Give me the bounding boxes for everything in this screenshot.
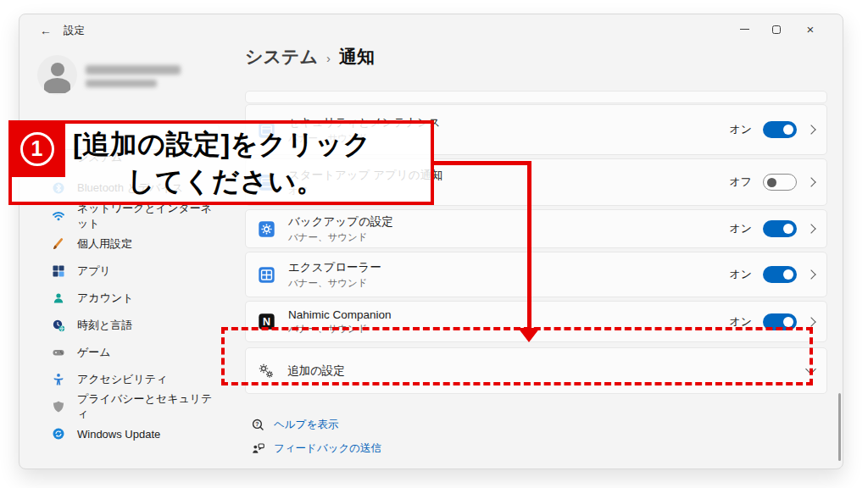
- toggle-knob: [783, 269, 793, 280]
- notification-toggle[interactable]: [763, 121, 797, 138]
- settings-window: ← 設定 × システム Bluetooth とデバイス ネットワークとインターネ…: [19, 14, 843, 469]
- send-feedback-link[interactable]: フィードバックの送信: [251, 441, 381, 456]
- backup-settings-icon: [258, 220, 275, 238]
- notification-row-backup-settings[interactable]: バックアップの設定 バナー、サウンド オン: [245, 209, 827, 248]
- chevron-right-icon: [806, 125, 815, 134]
- annotation-arrow-horizontal: [434, 161, 531, 165]
- sidebar-item-time-language[interactable]: 時刻と言語: [31, 313, 213, 338]
- show-help-label: ヘルプを表示: [274, 418, 338, 432]
- breadcrumb-parent[interactable]: システム: [245, 45, 318, 69]
- user-name-redacted: [86, 65, 181, 75]
- toggle-state-label: オフ: [729, 175, 752, 190]
- send-feedback-label: フィードバックの送信: [274, 441, 381, 456]
- toggle-state-label: オン: [729, 221, 752, 236]
- sidebar-item-accessibility[interactable]: アクセシビリティ: [31, 367, 213, 392]
- notification-toggle[interactable]: [763, 266, 797, 283]
- chevron-right-icon: [806, 317, 815, 326]
- sidebar-item-label: 時刻と言語: [77, 318, 132, 333]
- minimize-icon: [740, 29, 749, 30]
- accessibility-icon: [52, 373, 65, 386]
- sidebar-item-label: プライバシーとセキュリティ: [77, 391, 213, 422]
- row-title: エクスプローラー: [288, 260, 381, 275]
- maximize-button[interactable]: [761, 18, 792, 41]
- toggle-state-label: オン: [729, 122, 752, 137]
- user-email-redacted: [86, 80, 157, 87]
- sidebar-item-personalization[interactable]: 個人用設定: [31, 231, 213, 257]
- apps-icon: [52, 264, 65, 278]
- personalization-icon: [52, 237, 65, 251]
- sidebar-item-windows-update[interactable]: Windows Update: [31, 421, 213, 446]
- row-title: バックアップの設定: [288, 214, 393, 230]
- row-title: Nahimic Companion: [288, 308, 392, 321]
- help-icon: ?: [251, 418, 265, 432]
- titlebar: ← 設定 ×: [19, 14, 843, 45]
- sidebar-item-privacy[interactable]: プライバシーとセキュリティ: [31, 394, 213, 419]
- explorer-icon: [258, 266, 275, 284]
- window-title: 設定: [64, 24, 85, 38]
- sidebar-item-label: アプリ: [77, 263, 111, 279]
- annotation-line1: [追加の設定]をクリック: [73, 125, 371, 163]
- annotation-text: [追加の設定]をクリック してください。: [73, 125, 371, 200]
- row-subtitle: バナー、サウンド: [288, 231, 393, 244]
- accounts-icon: [52, 291, 65, 305]
- annotation-dashed-highlight: [221, 327, 813, 385]
- annotation-callout: 1 [追加の設定]をクリック してください。: [8, 120, 434, 205]
- breadcrumb-separator: ›: [326, 49, 331, 65]
- avatar-person-icon: [44, 78, 70, 93]
- avatar-person-icon: [51, 63, 64, 76]
- sidebar-item-label: ネットワークとインターネット: [77, 201, 213, 231]
- feedback-icon: [251, 441, 265, 456]
- annotation-line2: してください。: [127, 163, 371, 200]
- scrollbar-thumb[interactable]: [838, 393, 841, 461]
- sidebar-item-label: Windows Update: [77, 428, 160, 441]
- toggle-knob: [767, 178, 776, 187]
- sidebar-item-network[interactable]: ネットワークとインターネット: [31, 203, 213, 229]
- maximize-icon: [772, 25, 781, 34]
- annotation-arrow-vertical: [527, 161, 531, 329]
- breadcrumb: システム › 通知: [245, 45, 375, 69]
- sidebar-item-label: 個人用設定: [77, 236, 132, 252]
- annotation-step-number: 1: [20, 132, 54, 166]
- notification-row-explorer[interactable]: エクスプローラー バナー、サウンド オン: [245, 252, 827, 297]
- minimize-button[interactable]: [729, 18, 760, 41]
- notification-toggle[interactable]: [763, 174, 797, 191]
- sidebar-item-apps[interactable]: アプリ: [31, 258, 213, 284]
- sidebar-item-label: アクセシビリティ: [77, 372, 167, 387]
- time-language-icon: [52, 319, 65, 332]
- back-button[interactable]: ←: [35, 21, 57, 40]
- toggle-knob: [783, 125, 793, 135]
- annotation-step-badge: 1: [8, 120, 65, 177]
- page-title: 通知: [339, 45, 375, 69]
- toggle-knob: [783, 224, 793, 234]
- toggle-knob: [783, 317, 793, 327]
- row-subtitle: バナー、サウンド: [288, 277, 381, 290]
- svg-text:?: ?: [255, 421, 259, 427]
- annotation-arrow-head: [518, 328, 540, 342]
- network-icon: [52, 209, 65, 223]
- chevron-right-icon: [806, 269, 815, 279]
- close-button[interactable]: ×: [795, 18, 826, 41]
- sidebar-item-accounts[interactable]: アカウント: [31, 286, 213, 311]
- show-help-link[interactable]: ? ヘルプを表示: [251, 418, 338, 432]
- sidebar-item-label: アカウント: [77, 291, 134, 306]
- avatar[interactable]: [37, 55, 77, 95]
- partial-row[interactable]: [245, 91, 827, 103]
- toggle-state-label: オン: [729, 267, 752, 282]
- sidebar-item-label: ゲーム: [77, 345, 111, 360]
- privacy-shield-icon: [52, 400, 65, 413]
- notification-toggle[interactable]: [763, 220, 797, 237]
- chevron-right-icon: [806, 224, 815, 233]
- windows-update-icon: [52, 427, 65, 441]
- chevron-right-icon: [806, 177, 815, 186]
- sidebar-item-gaming[interactable]: ゲーム: [31, 340, 213, 365]
- gaming-icon: [52, 346, 65, 359]
